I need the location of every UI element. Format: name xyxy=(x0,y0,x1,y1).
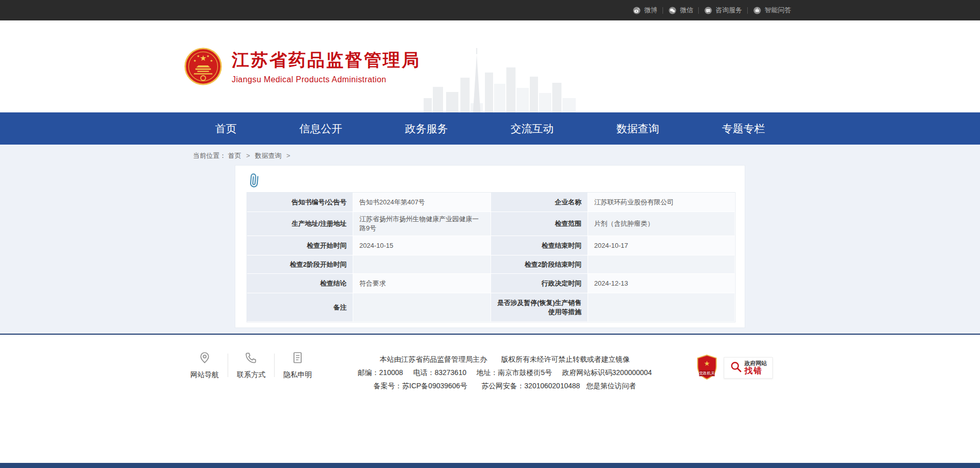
label-notice-no: 告知书编号/公告号 xyxy=(247,193,353,212)
footer-link-label: 联系方式 xyxy=(237,370,265,380)
label-address: 生产地址/注册地址 xyxy=(247,212,353,236)
value-suspension-measures xyxy=(588,293,735,322)
label-phase2-start: 检查2阶段开始时间 xyxy=(247,255,353,274)
value-notice-no: 告知书2024年第407号 xyxy=(353,193,491,212)
footer-site-id: 政府网站标识码3200000004 xyxy=(562,368,652,377)
nav-item-data-query[interactable]: 数据查询 xyxy=(614,112,663,145)
label-remarks: 备注 xyxy=(247,293,353,322)
nav-item-home[interactable]: 首页 xyxy=(212,112,240,145)
link-paperclip-icon xyxy=(248,174,261,187)
svg-text:党政机关: 党政机关 xyxy=(699,371,715,376)
badge-report-bottom: 找错 xyxy=(745,366,767,376)
table-row: 检查开始时间 2024-10-15 检查结束时间 2024-10-17 xyxy=(247,236,735,255)
weibo-icon xyxy=(632,6,641,15)
footer-postcode: 邮编：210008 xyxy=(358,368,403,377)
footer-link-label: 网站导航 xyxy=(190,370,219,380)
brand-text: 江苏省药品监督管理局 Jiangsu Medical Products Admi… xyxy=(232,49,421,84)
value-phase2-start xyxy=(353,255,491,274)
nav-item-interaction[interactable]: 交流互动 xyxy=(508,112,557,145)
inspection-detail-table: 告知书编号/公告号 告知书2024年第407号 企业名称 江苏联环药业股份有限公… xyxy=(247,192,736,322)
nav-item-info-disclosure[interactable]: 信息公开 xyxy=(297,112,346,145)
footer-security-number: 苏公网安备：32010602010488 xyxy=(481,382,580,390)
site-subtitle: Jiangsu Medical Products Administration xyxy=(232,75,421,84)
wechat-icon xyxy=(668,6,677,15)
city-skyline-illustration xyxy=(424,47,582,112)
svg-text:★: ★ xyxy=(200,54,207,62)
footer-separator xyxy=(274,354,275,377)
value-inspection-start: 2024-10-15 xyxy=(353,236,491,255)
bottom-strip xyxy=(0,463,980,468)
table-row: 检查结论 符合要求 行政决定时间 2024-12-13 xyxy=(247,274,735,293)
footer-address: 地址：南京市鼓楼街5号 xyxy=(477,368,552,377)
map-pin-icon xyxy=(198,351,211,366)
value-inspection-end: 2024-10-17 xyxy=(588,236,735,255)
value-remarks xyxy=(353,293,491,322)
label-inspection-end: 检查结束时间 xyxy=(491,236,588,255)
footer-copyright-text: 版权所有未经许可禁止转载或者建立镜像 xyxy=(501,355,630,363)
footer-line-2: 邮编：210008 电话：83273610 地址：南京市鼓楼街5号 政府网站标识… xyxy=(314,366,695,379)
magnifier-icon xyxy=(730,361,742,375)
label-company-name: 企业名称 xyxy=(491,193,588,212)
footer-phone: 电话：83273610 xyxy=(413,368,466,377)
document-icon xyxy=(291,351,304,366)
badge-report-top: 政府网站 xyxy=(745,360,767,366)
footer-link-privacy[interactable]: 隐私申明 xyxy=(281,351,314,380)
value-phase2-end xyxy=(588,255,735,274)
detail-card: 告知书编号/公告号 告知书2024年第407号 企业名称 江苏联环药业股份有限公… xyxy=(235,165,745,328)
value-address: 江苏省扬州市扬州生物健康产业园健康一路9号 xyxy=(353,212,491,236)
national-emblem-logo: ★ ★ ★ ★ ★ xyxy=(184,47,223,86)
value-inspection-scope: 片剂（含抗肿瘤类） xyxy=(588,212,735,236)
footer-badges: ★ 党政机关 政府网站 找错 xyxy=(695,351,796,382)
footer-separator xyxy=(228,354,228,377)
footer-link-sitemap[interactable]: 网站导航 xyxy=(188,351,222,380)
brand: ★ ★ ★ ★ ★ 江苏省药品监督管理局 Jiangsu Medical P xyxy=(184,47,421,86)
svg-text:★: ★ xyxy=(193,59,197,62)
breadcrumb-separator: > xyxy=(286,152,290,159)
consult-service-icon xyxy=(704,6,713,15)
content-area: 当前位置： 首页 > 数据查询 > 告知书编号/公告号 告知书2024年第407… xyxy=(0,145,980,334)
topbar-link-label: 微博 xyxy=(644,6,657,15)
label-suspension-measures: 是否涉及暂停(恢复)生产销售使用等措施 xyxy=(491,293,588,322)
main-nav: 首页 信息公开 政务服务 交流互动 数据查询 专题专栏 xyxy=(0,112,980,145)
footer-line-1: 本站由江苏省药品监督管理局主办 版权所有未经许可禁止转载或者建立镜像 xyxy=(314,353,695,365)
phone-icon xyxy=(244,351,258,366)
footer-info: 本站由江苏省药品监督管理局主办 版权所有未经许可禁止转载或者建立镜像 邮编：21… xyxy=(314,351,695,393)
value-decision-date: 2024-12-13 xyxy=(588,274,735,293)
topbar: 微博 微信 咨询服务 智能问答 xyxy=(0,0,980,20)
table-row: 检查2阶段开始时间 检查2阶段结束时间 xyxy=(247,255,735,274)
topbar-link-weibo[interactable]: 微博 xyxy=(627,6,663,15)
table-row: 告知书编号/公告号 告知书2024年第407号 企业名称 江苏联环药业股份有限公… xyxy=(247,193,735,212)
nav-item-special-topics[interactable]: 专题专栏 xyxy=(719,112,768,145)
nav-item-gov-services[interactable]: 政务服务 xyxy=(402,112,451,145)
topbar-link-label: 智能问答 xyxy=(765,6,791,15)
table-row: 生产地址/注册地址 江苏省扬州市扬州生物健康产业园健康一路9号 检查范围 片剂（… xyxy=(247,212,735,236)
footer-link-contact[interactable]: 联系方式 xyxy=(234,351,268,380)
footer-links: 网站导航 联系方式 隐私申明 xyxy=(184,351,314,380)
breadcrumb-home-link[interactable]: 首页 xyxy=(228,152,241,159)
svg-text:★: ★ xyxy=(207,54,210,58)
breadcrumb-section-link[interactable]: 数据查询 xyxy=(255,152,281,159)
footer-visitor-counter: 您是第位访问者 xyxy=(586,382,636,390)
site-header: ★ ★ ★ ★ ★ 江苏省药品监督管理局 Jiangsu Medical P xyxy=(0,20,980,112)
label-decision-date: 行政决定时间 xyxy=(491,274,588,293)
topbar-link-smart-qa[interactable]: 智能问答 xyxy=(748,6,796,15)
party-gov-badge[interactable]: ★ 党政机关 xyxy=(695,354,719,382)
svg-text:★: ★ xyxy=(197,54,200,58)
breadcrumb-prefix: 当前位置： xyxy=(193,152,226,159)
value-conclusion: 符合要求 xyxy=(353,274,491,293)
svg-text:★: ★ xyxy=(704,360,710,367)
label-inspection-start: 检查开始时间 xyxy=(247,236,353,255)
topbar-link-consult-service[interactable]: 咨询服务 xyxy=(699,6,747,15)
footer-line-3: 备案号：苏ICP备09039606号 苏公网安备：32010602010488 … xyxy=(314,380,695,392)
breadcrumb-separator: > xyxy=(246,152,250,159)
label-phase2-end: 检查2阶段结束时间 xyxy=(491,255,588,274)
badge-report-text: 政府网站 找错 xyxy=(745,360,767,376)
site-error-report-badge[interactable]: 政府网站 找错 xyxy=(724,357,773,379)
topbar-link-wechat[interactable]: 微信 xyxy=(663,6,698,15)
label-inspection-scope: 检查范围 xyxy=(491,212,588,236)
footer-icp-number: 备案号：苏ICP备09039606号 xyxy=(374,382,468,390)
page: 微博 微信 咨询服务 智能问答 xyxy=(0,0,980,468)
footer-host-text: 本站由江苏省药品监督管理局主办 xyxy=(380,355,487,363)
topbar-link-label: 咨询服务 xyxy=(716,6,742,15)
topbar-link-label: 微信 xyxy=(680,6,693,15)
